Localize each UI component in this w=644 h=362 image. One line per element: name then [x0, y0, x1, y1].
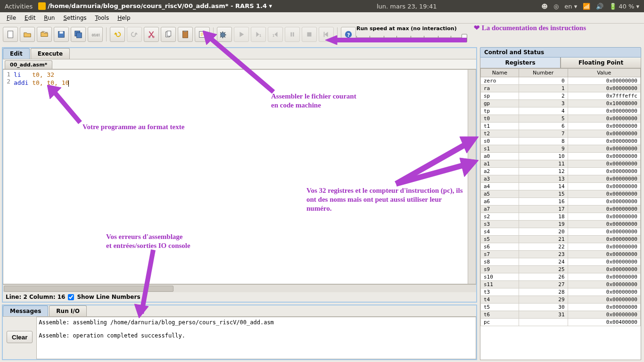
- tab-run-io[interactable]: Run I/O: [49, 305, 87, 316]
- undo-button[interactable]: [110, 27, 125, 42]
- slider-knob[interactable]: [462, 34, 467, 42]
- wifi-icon[interactable]: 📶: [583, 3, 590, 10]
- run-speed-slider[interactable]: Run speed at max (no interaction): [356, 25, 465, 43]
- redo-button[interactable]: [127, 27, 142, 42]
- register-row[interactable]: s7230x00000000: [481, 251, 641, 258]
- separator: [213, 27, 214, 41]
- show-line-numbers-checkbox[interactable]: [68, 294, 74, 300]
- svg-marker-14: [256, 32, 259, 37]
- window-title[interactable]: /home/darnuria/blog_perso/cours_riscV/00…: [38, 2, 272, 10]
- tab-edit[interactable]: Edit: [3, 48, 30, 59]
- menu-settings[interactable]: Settings: [59, 13, 90, 23]
- menu-file[interactable]: File: [3, 13, 20, 23]
- register-row[interactable]: a4140x00000000: [481, 183, 641, 190]
- horizontal-scrollbar[interactable]: [3, 284, 476, 292]
- separator: [106, 27, 107, 41]
- register-row[interactable]: a6160x00000000: [481, 198, 641, 206]
- register-row[interactable]: s190x00000000: [481, 145, 641, 153]
- register-row[interactable]: s10260x00000000: [481, 273, 641, 281]
- language-indicator[interactable]: en ▾: [564, 3, 577, 10]
- register-row[interactable]: gp30x10008000: [481, 100, 641, 107]
- os-clock[interactable]: lun. mars 23, 19:41: [272, 3, 541, 10]
- paste-button[interactable]: [178, 27, 193, 42]
- tab-messages[interactable]: Messages: [3, 305, 48, 316]
- tab-registers[interactable]: Registers: [480, 58, 561, 68]
- menu-run[interactable]: Run: [40, 13, 58, 23]
- register-row[interactable]: a7170x00000000: [481, 206, 641, 213]
- smile-icon[interactable]: ☻: [541, 3, 548, 10]
- tab-floating-point[interactable]: Floating Point: [561, 58, 641, 68]
- register-row[interactable]: a0100x00000000: [481, 153, 641, 160]
- open-all-button[interactable]: [37, 27, 52, 42]
- save-button[interactable]: [54, 27, 69, 42]
- register-row[interactable]: t4290x00000000: [481, 296, 641, 304]
- svg-text:0101: 0101: [92, 33, 99, 37]
- register-row[interactable]: a1110x00000000: [481, 160, 641, 168]
- help-button[interactable]: ?: [341, 27, 356, 42]
- menu-tools[interactable]: Tools: [91, 13, 113, 23]
- svg-marker-21: [324, 32, 328, 37]
- register-row[interactable]: t3280x00000000: [481, 288, 641, 296]
- stop-button[interactable]: [302, 27, 317, 42]
- code-editor[interactable]: li t0, 32 addi t0, t0, 10: [12, 70, 468, 284]
- register-row[interactable]: t5300x00000000: [481, 304, 641, 311]
- register-row[interactable]: s11270x00000000: [481, 281, 641, 288]
- register-row[interactable]: s5210x00000000: [481, 236, 641, 243]
- dump-button[interactable]: 0101: [88, 27, 103, 42]
- new-button[interactable]: [3, 27, 18, 42]
- save-all-button[interactable]: [71, 27, 86, 42]
- register-row[interactable]: s3190x00000000: [481, 221, 641, 228]
- col-value[interactable]: Value: [568, 69, 640, 77]
- col-number[interactable]: Number: [519, 69, 568, 77]
- messages-panel: Messages Run I/O Clear Assemble: assembl…: [2, 304, 477, 360]
- steam-icon[interactable]: ◎: [553, 3, 559, 10]
- run-button[interactable]: [234, 27, 249, 42]
- register-row[interactable]: a3130x00000000: [481, 175, 641, 183]
- register-row[interactable]: t160x00000000: [481, 123, 641, 130]
- volume-icon[interactable]: 🔊: [596, 3, 603, 10]
- messages-output[interactable]: Assemble: assembling /home/darnuria/blog…: [36, 317, 476, 359]
- register-row[interactable]: s080x00000000: [481, 138, 641, 145]
- register-row[interactable]: zero00x00000000: [481, 77, 641, 85]
- register-row[interactable]: sp20x7fffeffc: [481, 92, 641, 100]
- show-line-numbers-label: Show Line Numbers: [77, 294, 140, 300]
- menu-help[interactable]: Help: [114, 13, 134, 23]
- menu-bar: File Edit Run Settings Tools Help: [0, 12, 644, 24]
- rars-icon: [38, 2, 46, 10]
- clear-button[interactable]: Clear: [7, 331, 33, 343]
- file-tab[interactable]: 00_add.asm*: [5, 60, 52, 69]
- register-row[interactable]: a2120x00000000: [481, 168, 641, 175]
- svg-rect-20: [307, 33, 312, 37]
- register-row[interactable]: t050x00000000: [481, 115, 641, 123]
- tab-execute[interactable]: Execute: [31, 48, 70, 59]
- register-row[interactable]: ra10x00000000: [481, 85, 641, 92]
- toolbar: 0101 1 1 ? Run speed at max (no interact…: [0, 24, 644, 45]
- open-button[interactable]: [20, 27, 35, 42]
- step-back-button[interactable]: 1: [268, 27, 283, 42]
- vertical-scrollbar[interactable]: [468, 70, 476, 284]
- cut-button[interactable]: [144, 27, 159, 42]
- col-name[interactable]: Name: [481, 69, 519, 77]
- registers-table[interactable]: Name Number Value zero00x00000000ra10x00…: [480, 68, 641, 360]
- svg-text:1: 1: [272, 33, 275, 38]
- activities-button[interactable]: Activities: [5, 3, 33, 10]
- find-replace-button[interactable]: [195, 27, 210, 42]
- register-row[interactable]: t270x00000000: [481, 130, 641, 138]
- separator: [337, 27, 338, 41]
- battery-indicator[interactable]: 🔋 40 % ▾: [609, 3, 639, 10]
- reset-button[interactable]: [319, 27, 334, 42]
- register-row[interactable]: t6310x00000000: [481, 311, 641, 319]
- register-row[interactable]: s6220x00000000: [481, 243, 641, 251]
- register-row[interactable]: s8240x00000000: [481, 258, 641, 266]
- pause-button[interactable]: [285, 27, 300, 42]
- register-row[interactable]: tp40x00000000: [481, 107, 641, 115]
- register-row[interactable]: s2180x00000000: [481, 213, 641, 221]
- register-row[interactable]: s9250x00000000: [481, 266, 641, 273]
- step-button[interactable]: 1: [251, 27, 266, 42]
- menu-edit[interactable]: Edit: [21, 13, 39, 23]
- register-row[interactable]: pc0x00400000: [481, 319, 641, 326]
- register-row[interactable]: a5150x00000000: [481, 190, 641, 198]
- assemble-button[interactable]: [217, 27, 232, 42]
- register-row[interactable]: s4200x00000000: [481, 228, 641, 236]
- copy-button[interactable]: [161, 27, 176, 42]
